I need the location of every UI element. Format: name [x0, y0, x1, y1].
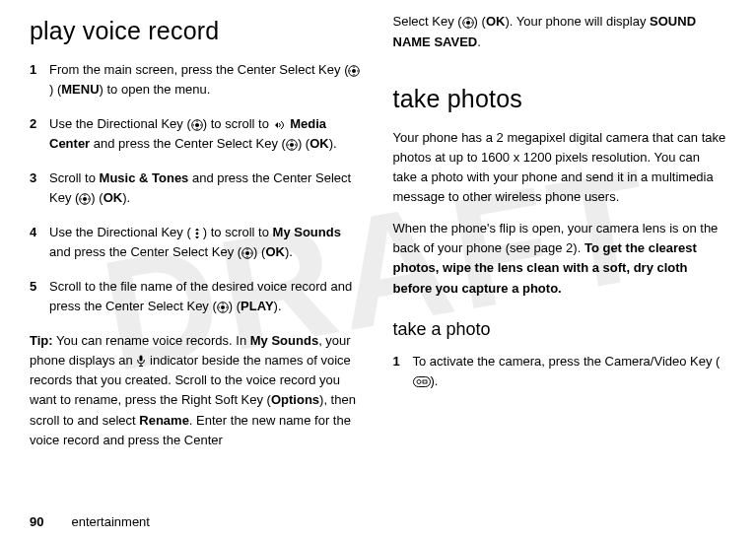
dpad-center-icon: [79, 188, 91, 208]
text: .: [477, 34, 481, 49]
step-number: 2: [30, 114, 49, 155]
svg-point-19: [417, 380, 421, 384]
continuation-paragraph: Select Key () (OK). Your phone will disp…: [393, 12, 727, 52]
bold-text: My Sounds: [273, 225, 341, 239]
paragraph: When the phone's flip is open, your came…: [393, 219, 727, 299]
step-row: 4 Use the Directional Key () to scroll t…: [30, 223, 364, 263]
dpad-center-icon: [462, 12, 474, 32]
svg-point-1: [352, 69, 356, 73]
paragraph: Your phone has a 2 megapixel digital cam…: [393, 128, 727, 208]
dpad-center-icon: [241, 243, 253, 263]
svg-point-8: [195, 232, 198, 235]
bold-text: PLAY: [241, 299, 273, 313]
step-body: Use the Directional Key () to scroll to …: [49, 114, 364, 155]
svg-rect-13: [140, 356, 143, 362]
text: Use the Directional Key (: [49, 116, 191, 131]
page-footer: 90entertainment: [30, 514, 150, 529]
bold-text: My Sounds: [250, 333, 318, 348]
step-body: Scroll to Music & Tones and press the Ce…: [49, 168, 364, 209]
text: ).: [285, 244, 293, 259]
svg-rect-18: [413, 377, 430, 387]
text: ) to scroll to: [203, 225, 273, 239]
text: ) (: [229, 299, 241, 313]
text: Use the Directional Key (: [49, 225, 191, 239]
step-row: 5 Scroll to the file name of the desired…: [30, 277, 364, 317]
step-row: 1 To activate the camera, press the Came…: [393, 352, 727, 392]
svg-point-10: [245, 251, 249, 255]
step-row: 2 Use the Directional Key () to scroll t…: [30, 114, 364, 155]
text: To activate the camera, press the Camera…: [413, 354, 721, 369]
dpad-updown-icon: [191, 223, 203, 242]
dpad-center-icon: [348, 60, 360, 80]
section-title-take-photos: take photos: [393, 80, 727, 118]
step-body: Scroll to the file name of the desired v…: [49, 277, 364, 317]
step-number: 1: [30, 60, 49, 101]
tip-label: Tip:: [30, 333, 53, 348]
right-column: Select Key () (OK). Your phone will disp…: [393, 12, 727, 462]
dpad-center-icon: [286, 135, 298, 155]
text: Scroll to the file name of the desired v…: [49, 279, 352, 313]
bold-text: OK: [103, 190, 123, 205]
text: and press the Center Select Key (: [49, 244, 241, 259]
text: Scroll to: [49, 170, 100, 185]
svg-point-5: [290, 143, 294, 147]
text: ).: [329, 136, 337, 151]
text: ) (: [474, 14, 486, 29]
text: ) (: [253, 244, 265, 259]
text: ) to scroll to: [203, 116, 273, 131]
step-row: 1 From the main screen, press the Center…: [30, 60, 364, 101]
step-body: Use the Directional Key () to scroll to …: [49, 223, 364, 263]
text: ) (: [91, 190, 103, 205]
section-title-play-voice-record: play voice record: [30, 12, 364, 50]
bold-text: Options: [271, 392, 319, 407]
bold-text: OK: [309, 136, 329, 151]
text: ) (: [298, 136, 309, 151]
bold-text: OK: [486, 14, 506, 29]
bold-text: Rename: [139, 413, 189, 428]
step-number: 5: [30, 277, 49, 317]
text: and press the Center Select Key (: [90, 136, 286, 151]
tip-block: Tip: You can rename voice records. In My…: [30, 331, 364, 450]
text: Select Key (: [393, 14, 462, 29]
content-columns: play voice record 1 From the main screen…: [30, 12, 726, 462]
text: ) (: [49, 82, 61, 97]
svg-rect-20: [423, 380, 427, 383]
step-number: 3: [30, 168, 49, 209]
bold-text: MENU: [61, 82, 99, 97]
svg-point-7: [83, 197, 87, 201]
text: ).: [122, 190, 130, 205]
mic-icon: [136, 351, 146, 371]
section-name: entertainment: [71, 514, 150, 529]
page-number: 90: [30, 514, 43, 529]
subsection-title-take-a-photo: take a photo: [393, 316, 727, 344]
media-icon: [273, 114, 287, 134]
left-column: play voice record 1 From the main screen…: [30, 12, 364, 462]
svg-point-3: [195, 123, 199, 127]
text: ) to open the menu.: [100, 82, 211, 97]
camera-key-icon: [413, 371, 431, 391]
text: ).: [274, 299, 282, 313]
text: ). Your phone will display: [505, 14, 650, 29]
svg-point-17: [466, 21, 470, 25]
step-body: To activate the camera, press the Camera…: [413, 352, 727, 392]
svg-point-12: [221, 305, 225, 309]
text: You can rename voice records. In: [53, 333, 250, 348]
bold-text: OK: [265, 244, 285, 259]
text: From the main screen, press the Center S…: [49, 62, 348, 77]
step-number: 4: [30, 223, 49, 263]
dpad-center-icon: [191, 114, 203, 134]
step-row: 3 Scroll to Music & Tones and press the …: [30, 168, 364, 209]
bold-text: Music & Tones: [100, 170, 189, 185]
step-body: From the main screen, press the Center S…: [49, 60, 364, 101]
dpad-center-icon: [217, 297, 229, 316]
text: ).: [431, 373, 439, 388]
step-number: 1: [393, 352, 413, 392]
